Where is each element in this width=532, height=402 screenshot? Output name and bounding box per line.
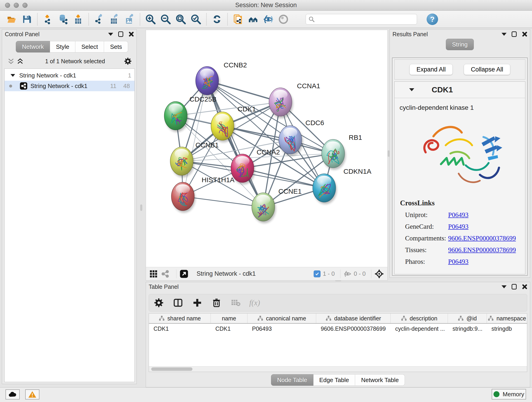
column-header[interactable]: shared name bbox=[149, 313, 211, 323]
network-label: String Network - cdk1 bbox=[31, 83, 88, 89]
tab-style[interactable]: Style bbox=[50, 41, 75, 52]
toolbar-separator bbox=[89, 13, 89, 26]
scrollbar-thumb[interactable] bbox=[151, 367, 192, 371]
columns-icon bbox=[173, 298, 183, 307]
selected-checkbox[interactable] bbox=[314, 270, 321, 277]
graph-node-label: CDK1 bbox=[238, 105, 256, 113]
add-column-button[interactable] bbox=[191, 297, 203, 308]
hide-graphics-button[interactable] bbox=[262, 13, 275, 26]
tab-sets[interactable]: Sets bbox=[104, 41, 128, 52]
column-header[interactable]: name bbox=[211, 313, 247, 323]
documents-share-icon bbox=[233, 14, 243, 25]
toolbar-separator bbox=[227, 13, 228, 26]
delete-column-button[interactable] bbox=[211, 297, 222, 308]
column-header[interactable]: database identifier bbox=[316, 313, 391, 323]
export-network-icon bbox=[94, 14, 104, 25]
column-header[interactable]: @id bbox=[448, 313, 487, 323]
zoom-in-button[interactable] bbox=[144, 13, 157, 26]
refresh-layout-button[interactable] bbox=[210, 13, 224, 26]
panel-menu-icon[interactable] bbox=[108, 33, 113, 36]
clone-network-button[interactable] bbox=[231, 13, 245, 26]
horizontal-scrollbar[interactable] bbox=[149, 366, 527, 372]
node-section-title: CDK1 bbox=[432, 85, 453, 94]
panel-close-icon[interactable] bbox=[522, 32, 527, 37]
column-header[interactable]: description bbox=[391, 313, 448, 323]
crosslink-value[interactable]: P06493 bbox=[448, 258, 469, 265]
section-expander-icon[interactable] bbox=[409, 88, 414, 91]
import-network-button[interactable] bbox=[41, 13, 55, 26]
tree-expander-icon[interactable] bbox=[11, 74, 15, 77]
network-collection-row[interactable]: String Network - cdk1 1 bbox=[5, 70, 134, 81]
grid-view-icon[interactable] bbox=[150, 270, 157, 278]
collapse-all-icon[interactable] bbox=[7, 58, 14, 65]
network-canvas[interactable]: CCNB2 CCNA1 CDC25B CDK1 CDC6 bbox=[146, 30, 387, 267]
splitter-handle[interactable] bbox=[140, 204, 142, 211]
memory-label: Memory bbox=[503, 391, 524, 398]
import-network-from-database-button[interactable] bbox=[56, 13, 70, 26]
search-input[interactable] bbox=[317, 16, 414, 22]
save-session-button[interactable] bbox=[20, 13, 33, 26]
node-section-header[interactable]: CDK1 bbox=[394, 82, 525, 98]
tab-string[interactable]: String bbox=[446, 39, 474, 50]
column-header[interactable]: namespace bbox=[487, 313, 527, 323]
network-row[interactable]: String Network - cdk1 11 48 bbox=[5, 81, 134, 91]
search-box bbox=[306, 14, 417, 25]
column-header[interactable]: canonical name bbox=[247, 313, 316, 323]
tab-network-table[interactable]: Network Table bbox=[355, 374, 405, 386]
gear-icon[interactable] bbox=[124, 57, 132, 65]
zoom-out-button[interactable] bbox=[159, 13, 172, 26]
zoom-selected-button[interactable] bbox=[189, 13, 203, 26]
tab-network[interactable]: Network bbox=[16, 41, 50, 52]
crosslink-label: Pharos: bbox=[405, 258, 448, 265]
crosshair-icon[interactable] bbox=[375, 269, 384, 279]
hidden-count: 0 - 0 bbox=[354, 270, 366, 277]
tab-node-table[interactable]: Node Table bbox=[271, 374, 313, 386]
import-network-icon bbox=[43, 14, 53, 25]
panel-menu-icon[interactable] bbox=[501, 33, 507, 36]
crosslink-value[interactable]: 9606.ENSP00000378699 bbox=[448, 246, 516, 254]
crosslink-value[interactable]: 9606.ENSP00000378699 bbox=[448, 235, 516, 242]
export-network-button[interactable] bbox=[93, 13, 106, 26]
database-icon bbox=[58, 14, 68, 25]
network-status-dot bbox=[9, 85, 12, 88]
eye-slash-icon bbox=[263, 14, 273, 25]
column-visibility-button[interactable] bbox=[172, 297, 184, 308]
crosslink-value[interactable]: P06493 bbox=[448, 211, 469, 219]
panel-float-icon[interactable] bbox=[118, 32, 123, 37]
open-in-new-icon[interactable] bbox=[180, 269, 188, 278]
cloud-status-button[interactable] bbox=[6, 389, 20, 400]
control-panel-title: Control Panel bbox=[5, 31, 39, 38]
sitemap-icon bbox=[159, 315, 165, 321]
home-networks-button[interactable] bbox=[247, 13, 260, 26]
function-builder-button[interactable]: f(x) bbox=[249, 298, 260, 307]
delete-table-button[interactable] bbox=[230, 297, 241, 308]
tab-select[interactable]: Select bbox=[75, 41, 104, 52]
zoom-fit-button[interactable] bbox=[174, 13, 187, 26]
help-button[interactable]: ? bbox=[427, 13, 438, 25]
import-table-button[interactable] bbox=[71, 13, 85, 26]
network-view-statusbar: String Network - cdk1 1 - 0 0 - 0 bbox=[146, 267, 387, 280]
show-graphics-button[interactable] bbox=[277, 13, 290, 26]
cell-id: stringdb:9... bbox=[448, 325, 487, 332]
panel-menu-icon[interactable] bbox=[501, 285, 507, 288]
crosslink-value[interactable]: P06493 bbox=[448, 223, 469, 230]
open-session-button[interactable] bbox=[5, 13, 18, 26]
trash-icon bbox=[212, 298, 221, 307]
warning-status-button[interactable] bbox=[25, 389, 39, 400]
table-settings-button[interactable] bbox=[153, 297, 165, 308]
table-row[interactable]: CDK1 CDK1 P06493 9606.ENSP00000378699 cy… bbox=[149, 324, 527, 334]
export-image-icon bbox=[124, 14, 135, 25]
panel-float-icon[interactable] bbox=[512, 32, 517, 37]
network-share-icon[interactable] bbox=[161, 270, 169, 278]
panel-float-icon[interactable] bbox=[512, 284, 517, 289]
export-image-button[interactable] bbox=[123, 13, 136, 26]
collapse-all-button[interactable]: Collapse All bbox=[464, 64, 510, 75]
export-table-button[interactable] bbox=[108, 13, 121, 26]
panel-close-icon[interactable] bbox=[128, 32, 134, 37]
graph-node-label: CCNA1 bbox=[297, 82, 320, 89]
expand-all-icon[interactable] bbox=[17, 58, 24, 65]
panel-close-icon[interactable] bbox=[522, 284, 527, 289]
expand-all-button[interactable]: Expand All bbox=[409, 64, 453, 75]
memory-button[interactable]: Memory bbox=[492, 389, 526, 400]
tab-edge-table[interactable]: Edge Table bbox=[313, 374, 355, 386]
